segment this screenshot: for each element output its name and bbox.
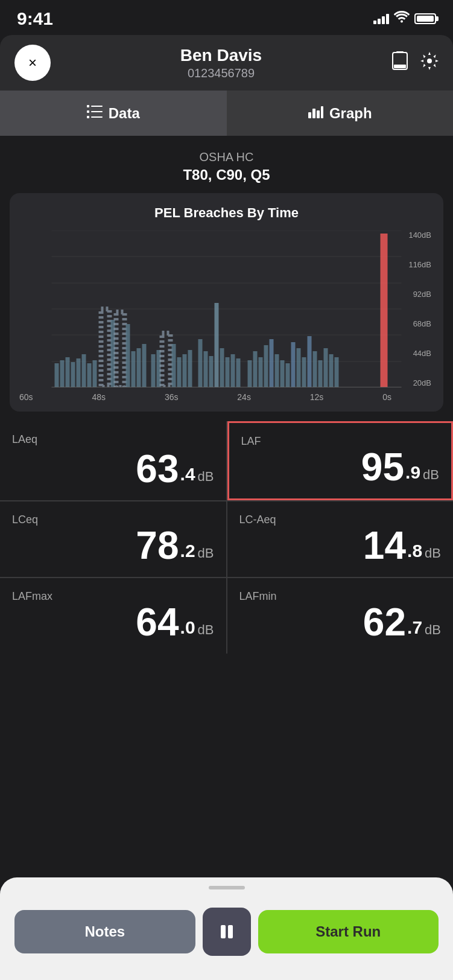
svg-rect-38 (162, 333, 171, 387)
svg-rect-44 (204, 351, 208, 387)
svg-rect-28 (93, 360, 97, 387)
svg-point-3 (427, 59, 432, 63)
svg-rect-10 (308, 112, 311, 118)
svg-rect-64 (318, 360, 323, 387)
svg-rect-9 (91, 116, 103, 118)
battery-status-icon (414, 13, 436, 24)
chart-x-axis: 60s 48s 36s 24s 12s 0s (19, 392, 434, 402)
svg-rect-47 (220, 348, 224, 387)
metric-laf-main: 95 (361, 448, 404, 486)
subtitle-area: OSHA HC T80, C90, Q5 (0, 136, 453, 193)
tab-data[interactable]: Data (0, 91, 227, 136)
metric-laf-unit: dB (423, 467, 439, 483)
svg-rect-34 (137, 348, 141, 387)
close-button[interactable]: × (14, 45, 51, 81)
graph-tab-icon (308, 104, 323, 122)
svg-rect-43 (198, 339, 203, 387)
header: × Ben Davis 0123456789 (0, 35, 453, 91)
svg-rect-39 (172, 344, 176, 387)
svg-rect-62 (308, 336, 312, 387)
svg-rect-26 (82, 354, 86, 387)
metrics-grid: LAeq 63 .4 dB LAF 95 .9 dB LCeq 78 .2 dB… (0, 421, 453, 654)
metric-lcaeq-main: 14 (363, 526, 406, 565)
svg-rect-23 (66, 357, 70, 387)
bottom-sheet: Notes Start Run (0, 877, 453, 980)
header-action-icons (391, 51, 439, 75)
svg-rect-52 (253, 351, 258, 387)
metric-lcaeq-label: LC-Aeq (239, 514, 442, 526)
device-icon[interactable] (391, 51, 408, 75)
tab-bar: Data Graph (0, 91, 453, 136)
pause-button[interactable] (203, 908, 251, 956)
tab-data-label: Data (109, 105, 140, 122)
status-bar: 9:41 (0, 0, 453, 35)
metric-laeq: LAeq 63 .4 dB (0, 421, 226, 500)
metric-lafmax: LAFmax 64 .0 dB (0, 578, 226, 654)
chart-svg (19, 231, 434, 387)
y-label-116: 116dB (408, 260, 431, 269)
user-phone: 0123456789 (51, 66, 391, 80)
wifi-icon (394, 11, 410, 27)
svg-rect-13 (321, 106, 323, 118)
svg-rect-31 (116, 312, 125, 387)
chart-container: PEL Breaches By Time (10, 193, 443, 412)
y-label-20: 20dB (413, 378, 431, 387)
metric-laf-value: 95 .9 dB (241, 448, 440, 486)
settings-icon[interactable] (420, 52, 439, 74)
y-label-140: 140dB (408, 231, 431, 240)
svg-rect-24 (71, 362, 75, 387)
metric-lcaeq-decimal: .8 (407, 541, 422, 561)
metric-laeq-label: LAeq (12, 433, 214, 446)
user-name: Ben Davis (51, 46, 391, 65)
metric-lceq-value: 78 .2 dB (12, 526, 214, 565)
metric-lceq-decimal: .2 (180, 541, 195, 561)
svg-rect-71 (228, 925, 233, 938)
metric-lcaeq-unit: dB (425, 546, 441, 561)
x-label-0s: 0s (382, 392, 391, 402)
subtitle-line1: OSHA HC (10, 150, 443, 164)
svg-rect-53 (259, 357, 263, 387)
metric-lcaeq: LC-Aeq 14 .8 dB (227, 501, 454, 577)
metric-lceq-unit: dB (198, 546, 214, 561)
svg-rect-32 (126, 324, 130, 387)
metric-lafmax-label: LAFmax (12, 590, 214, 603)
metric-laf-decimal: .9 (405, 462, 420, 483)
notes-button[interactable]: Notes (14, 910, 195, 953)
metric-lafmax-main: 64 (136, 603, 179, 641)
y-label-44: 44dB (413, 349, 431, 358)
svg-rect-57 (280, 360, 285, 387)
svg-rect-54 (264, 345, 268, 387)
svg-rect-45 (209, 356, 214, 387)
x-label-36s: 36s (165, 392, 179, 402)
tab-graph-label: Graph (329, 105, 372, 122)
svg-rect-36 (151, 354, 156, 387)
svg-rect-67 (335, 357, 339, 387)
metric-lafmin-value: 62 .7 dB (239, 603, 442, 641)
chart-title: PEL Breaches By Time (19, 205, 434, 221)
metric-laeq-unit: dB (198, 469, 214, 485)
start-run-button[interactable]: Start Run (258, 910, 439, 953)
tab-graph[interactable]: Graph (227, 91, 454, 136)
svg-rect-59 (291, 342, 296, 387)
svg-rect-60 (297, 348, 301, 387)
chart-area: 140dB 116dB 92dB 68dB 44dB 20dB (19, 231, 434, 387)
svg-rect-33 (131, 351, 136, 387)
svg-rect-51 (248, 360, 252, 387)
metric-lceq: LCeq 78 .2 dB (0, 501, 226, 577)
svg-rect-22 (60, 360, 65, 387)
signal-icon (373, 14, 389, 24)
x-label-48s: 48s (92, 392, 106, 402)
metric-lafmin-main: 62 (363, 603, 406, 641)
svg-rect-48 (226, 357, 230, 387)
bottom-handle (209, 886, 245, 889)
x-label-60s: 60s (19, 392, 33, 402)
metric-lafmin-decimal: .7 (407, 617, 422, 638)
svg-rect-7 (91, 111, 103, 112)
metric-laeq-main: 63 (136, 450, 179, 488)
svg-rect-50 (236, 358, 241, 387)
svg-rect-56 (275, 354, 279, 387)
svg-rect-42 (188, 350, 192, 387)
metric-lafmin-unit: dB (425, 622, 441, 638)
svg-rect-55 (270, 339, 274, 387)
metric-lafmin-label: LAFmin (239, 590, 442, 603)
